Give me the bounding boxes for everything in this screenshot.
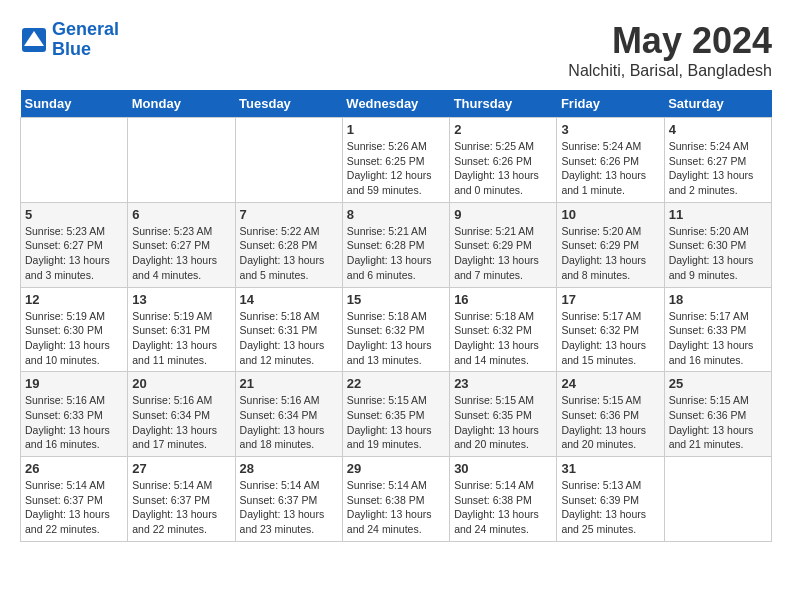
day-info: Sunrise: 5:15 AM Sunset: 6:36 PM Dayligh… [669, 393, 767, 452]
logo-line2: Blue [52, 40, 119, 60]
day-cell [235, 118, 342, 203]
header-tuesday: Tuesday [235, 90, 342, 118]
day-number: 4 [669, 122, 767, 137]
subtitle: Nalchiti, Barisal, Bangladesh [568, 62, 772, 80]
day-cell: 6Sunrise: 5:23 AM Sunset: 6:27 PM Daylig… [128, 202, 235, 287]
day-info: Sunrise: 5:14 AM Sunset: 6:38 PM Dayligh… [347, 478, 445, 537]
header-thursday: Thursday [450, 90, 557, 118]
week-row-4: 19Sunrise: 5:16 AM Sunset: 6:33 PM Dayli… [21, 372, 772, 457]
day-number: 7 [240, 207, 338, 222]
day-number: 31 [561, 461, 659, 476]
day-number: 23 [454, 376, 552, 391]
day-number: 5 [25, 207, 123, 222]
day-cell: 13Sunrise: 5:19 AM Sunset: 6:31 PM Dayli… [128, 287, 235, 372]
day-cell: 31Sunrise: 5:13 AM Sunset: 6:39 PM Dayli… [557, 457, 664, 542]
day-info: Sunrise: 5:26 AM Sunset: 6:25 PM Dayligh… [347, 139, 445, 198]
day-number: 9 [454, 207, 552, 222]
day-number: 6 [132, 207, 230, 222]
day-info: Sunrise: 5:20 AM Sunset: 6:30 PM Dayligh… [669, 224, 767, 283]
header-sunday: Sunday [21, 90, 128, 118]
day-number: 16 [454, 292, 552, 307]
day-info: Sunrise: 5:15 AM Sunset: 6:36 PM Dayligh… [561, 393, 659, 452]
day-info: Sunrise: 5:23 AM Sunset: 6:27 PM Dayligh… [25, 224, 123, 283]
day-cell: 7Sunrise: 5:22 AM Sunset: 6:28 PM Daylig… [235, 202, 342, 287]
header-wednesday: Wednesday [342, 90, 449, 118]
day-info: Sunrise: 5:15 AM Sunset: 6:35 PM Dayligh… [347, 393, 445, 452]
day-number: 30 [454, 461, 552, 476]
day-number: 26 [25, 461, 123, 476]
day-info: Sunrise: 5:18 AM Sunset: 6:32 PM Dayligh… [347, 309, 445, 368]
calendar-table: SundayMondayTuesdayWednesdayThursdayFrid… [20, 90, 772, 542]
logo: General Blue [20, 20, 119, 60]
day-number: 13 [132, 292, 230, 307]
calendar-header-row: SundayMondayTuesdayWednesdayThursdayFrid… [21, 90, 772, 118]
day-number: 24 [561, 376, 659, 391]
day-number: 2 [454, 122, 552, 137]
day-cell: 16Sunrise: 5:18 AM Sunset: 6:32 PM Dayli… [450, 287, 557, 372]
page-header: General Blue May 2024 Nalchiti, Barisal,… [20, 20, 772, 80]
week-row-5: 26Sunrise: 5:14 AM Sunset: 6:37 PM Dayli… [21, 457, 772, 542]
day-info: Sunrise: 5:18 AM Sunset: 6:32 PM Dayligh… [454, 309, 552, 368]
day-cell: 25Sunrise: 5:15 AM Sunset: 6:36 PM Dayli… [664, 372, 771, 457]
day-cell: 26Sunrise: 5:14 AM Sunset: 6:37 PM Dayli… [21, 457, 128, 542]
day-number: 25 [669, 376, 767, 391]
day-cell: 20Sunrise: 5:16 AM Sunset: 6:34 PM Dayli… [128, 372, 235, 457]
day-number: 14 [240, 292, 338, 307]
day-info: Sunrise: 5:19 AM Sunset: 6:30 PM Dayligh… [25, 309, 123, 368]
day-info: Sunrise: 5:14 AM Sunset: 6:37 PM Dayligh… [25, 478, 123, 537]
day-cell: 1Sunrise: 5:26 AM Sunset: 6:25 PM Daylig… [342, 118, 449, 203]
day-number: 11 [669, 207, 767, 222]
day-cell: 23Sunrise: 5:15 AM Sunset: 6:35 PM Dayli… [450, 372, 557, 457]
day-number: 15 [347, 292, 445, 307]
day-cell: 8Sunrise: 5:21 AM Sunset: 6:28 PM Daylig… [342, 202, 449, 287]
day-cell: 27Sunrise: 5:14 AM Sunset: 6:37 PM Dayli… [128, 457, 235, 542]
day-cell: 24Sunrise: 5:15 AM Sunset: 6:36 PM Dayli… [557, 372, 664, 457]
day-cell: 17Sunrise: 5:17 AM Sunset: 6:32 PM Dayli… [557, 287, 664, 372]
week-row-2: 5Sunrise: 5:23 AM Sunset: 6:27 PM Daylig… [21, 202, 772, 287]
day-cell: 19Sunrise: 5:16 AM Sunset: 6:33 PM Dayli… [21, 372, 128, 457]
day-info: Sunrise: 5:15 AM Sunset: 6:35 PM Dayligh… [454, 393, 552, 452]
day-info: Sunrise: 5:24 AM Sunset: 6:27 PM Dayligh… [669, 139, 767, 198]
day-cell [21, 118, 128, 203]
logo-icon [20, 26, 48, 54]
day-info: Sunrise: 5:22 AM Sunset: 6:28 PM Dayligh… [240, 224, 338, 283]
day-number: 27 [132, 461, 230, 476]
day-number: 22 [347, 376, 445, 391]
day-number: 28 [240, 461, 338, 476]
day-cell: 11Sunrise: 5:20 AM Sunset: 6:30 PM Dayli… [664, 202, 771, 287]
day-number: 20 [132, 376, 230, 391]
day-number: 17 [561, 292, 659, 307]
day-cell: 5Sunrise: 5:23 AM Sunset: 6:27 PM Daylig… [21, 202, 128, 287]
day-number: 10 [561, 207, 659, 222]
day-info: Sunrise: 5:21 AM Sunset: 6:29 PM Dayligh… [454, 224, 552, 283]
day-cell: 30Sunrise: 5:14 AM Sunset: 6:38 PM Dayli… [450, 457, 557, 542]
day-info: Sunrise: 5:16 AM Sunset: 6:34 PM Dayligh… [240, 393, 338, 452]
day-info: Sunrise: 5:19 AM Sunset: 6:31 PM Dayligh… [132, 309, 230, 368]
logo-text: General Blue [52, 20, 119, 60]
day-info: Sunrise: 5:16 AM Sunset: 6:33 PM Dayligh… [25, 393, 123, 452]
day-cell: 15Sunrise: 5:18 AM Sunset: 6:32 PM Dayli… [342, 287, 449, 372]
day-cell: 10Sunrise: 5:20 AM Sunset: 6:29 PM Dayli… [557, 202, 664, 287]
day-cell: 22Sunrise: 5:15 AM Sunset: 6:35 PM Dayli… [342, 372, 449, 457]
day-info: Sunrise: 5:17 AM Sunset: 6:33 PM Dayligh… [669, 309, 767, 368]
day-cell [664, 457, 771, 542]
day-cell: 28Sunrise: 5:14 AM Sunset: 6:37 PM Dayli… [235, 457, 342, 542]
day-number: 29 [347, 461, 445, 476]
day-info: Sunrise: 5:18 AM Sunset: 6:31 PM Dayligh… [240, 309, 338, 368]
day-info: Sunrise: 5:13 AM Sunset: 6:39 PM Dayligh… [561, 478, 659, 537]
day-cell: 4Sunrise: 5:24 AM Sunset: 6:27 PM Daylig… [664, 118, 771, 203]
day-cell: 29Sunrise: 5:14 AM Sunset: 6:38 PM Dayli… [342, 457, 449, 542]
day-cell [128, 118, 235, 203]
day-cell: 3Sunrise: 5:24 AM Sunset: 6:26 PM Daylig… [557, 118, 664, 203]
day-info: Sunrise: 5:23 AM Sunset: 6:27 PM Dayligh… [132, 224, 230, 283]
day-info: Sunrise: 5:24 AM Sunset: 6:26 PM Dayligh… [561, 139, 659, 198]
day-number: 21 [240, 376, 338, 391]
day-cell: 2Sunrise: 5:25 AM Sunset: 6:26 PM Daylig… [450, 118, 557, 203]
day-info: Sunrise: 5:14 AM Sunset: 6:37 PM Dayligh… [240, 478, 338, 537]
day-number: 8 [347, 207, 445, 222]
day-info: Sunrise: 5:17 AM Sunset: 6:32 PM Dayligh… [561, 309, 659, 368]
day-info: Sunrise: 5:20 AM Sunset: 6:29 PM Dayligh… [561, 224, 659, 283]
main-title: May 2024 [568, 20, 772, 62]
day-info: Sunrise: 5:21 AM Sunset: 6:28 PM Dayligh… [347, 224, 445, 283]
day-info: Sunrise: 5:14 AM Sunset: 6:38 PM Dayligh… [454, 478, 552, 537]
